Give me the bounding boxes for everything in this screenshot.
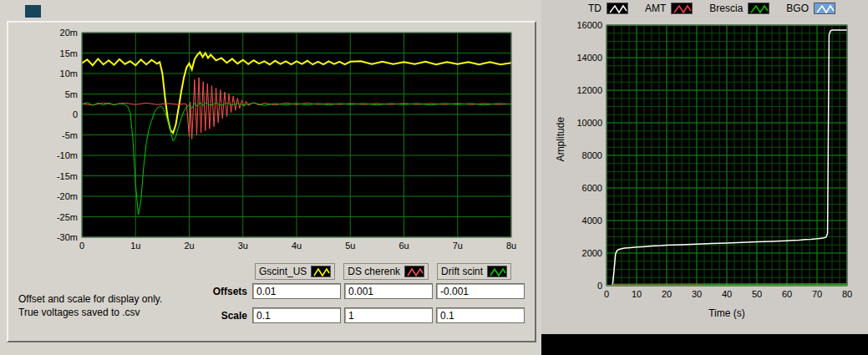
svg-text:15m: 15m — [60, 48, 78, 58]
amplitude-panel: TD AMT Brescia BGO — [541, 0, 868, 334]
scale-input-2[interactable] — [344, 307, 433, 323]
svg-text:30: 30 — [692, 289, 702, 299]
svg-text:6000: 6000 — [582, 183, 602, 193]
drift-scint-plot-style-icon[interactable] — [487, 266, 507, 277]
svg-text:8u: 8u — [506, 241, 516, 251]
bgo-plot-style-icon[interactable] — [814, 3, 835, 14]
offset-input-1[interactable] — [252, 283, 341, 299]
svg-text:6u: 6u — [398, 241, 409, 251]
svg-text:70: 70 — [812, 289, 822, 299]
gscint-us-plot-style-icon[interactable] — [311, 266, 331, 277]
svg-text:10m: 10m — [60, 68, 78, 79]
svg-text:5m: 5m — [65, 89, 78, 99]
legend-label-drift-scint: Drift scint — [441, 266, 483, 277]
svg-text:10: 10 — [632, 289, 642, 299]
svg-text:20: 20 — [662, 289, 672, 299]
scale-label: Scale — [164, 310, 247, 322]
display-note: Offset and scale for display only. True … — [18, 292, 162, 319]
scale-input-1[interactable] — [252, 307, 341, 323]
bottom-black-strip — [541, 334, 868, 355]
svg-text:-15m: -15m — [57, 171, 78, 181]
svg-text:2000: 2000 — [582, 248, 602, 258]
y-axis-label: Amplitude — [555, 117, 566, 161]
offset-input-2[interactable] — [344, 283, 433, 299]
legend-item-amt[interactable]: AMT — [645, 3, 693, 14]
svg-text:0: 0 — [597, 281, 602, 291]
display-note-line1: Offset and scale for display only. — [18, 292, 162, 306]
svg-text:50: 50 — [752, 289, 762, 299]
svg-text:10000: 10000 — [576, 118, 602, 128]
amt-plot-style-icon[interactable] — [671, 3, 693, 14]
svg-text:-30m: -30m — [57, 232, 78, 242]
legend-item-td[interactable]: TD — [588, 3, 628, 14]
legend-item-drift-scint[interactable]: Drift scint — [437, 263, 511, 280]
display-note-line2: True voltages saved to .csv — [18, 306, 162, 319]
svg-text:2u: 2u — [184, 241, 194, 251]
svg-text:8000: 8000 — [582, 150, 602, 160]
svg-text:-5m: -5m — [62, 130, 78, 140]
svg-text:1u: 1u — [130, 241, 140, 251]
svg-text:-25m: -25m — [57, 212, 78, 222]
legend-label-bgo: BGO — [786, 3, 809, 14]
svg-text:20m: 20m — [60, 28, 78, 38]
svg-text:14000: 14000 — [576, 53, 602, 63]
legend-item-bgo[interactable]: BGO — [786, 3, 835, 14]
legend-item-gscint-us[interactable]: Gscint_US — [255, 263, 335, 280]
waveform-panel: 20m15m10m5m0-5m-10m-15m-20m-25m-30m01u2u… — [7, 21, 536, 342]
svg-text:0: 0 — [604, 289, 609, 299]
ds-cherenk-plot-style-icon[interactable] — [404, 266, 424, 277]
legend-label-td: TD — [588, 3, 602, 14]
right-amplitude-chart: 0200040006000800010000120001400016000010… — [568, 18, 860, 307]
svg-text:16000: 16000 — [576, 20, 602, 30]
legend-item-ds-cherenk[interactable]: DS cherenk — [343, 263, 429, 280]
svg-text:-20m: -20m — [57, 191, 78, 201]
legend-label-ds-cherenk: DS cherenk — [348, 266, 400, 277]
svg-text:7u: 7u — [453, 241, 463, 251]
svg-text:5u: 5u — [345, 241, 355, 251]
x-axis-label: Time (s) — [677, 307, 777, 319]
svg-text:-10m: -10m — [57, 150, 78, 160]
app-icon-decoration — [25, 5, 41, 18]
legend-label-gscint-us: Gscint_US — [259, 266, 307, 277]
td-plot-style-icon[interactable] — [607, 3, 628, 14]
left-chart-legend: Gscint_US DS cherenk Drift scint — [255, 263, 511, 280]
svg-text:80: 80 — [842, 289, 852, 299]
right-chart-legend: TD AMT Brescia BGO — [588, 3, 835, 14]
left-waveform-chart: 20m15m10m5m0-5m-10m-15m-20m-25m-30m01u2u… — [42, 24, 523, 256]
svg-text:40: 40 — [722, 289, 732, 299]
svg-text:0: 0 — [73, 109, 78, 119]
legend-item-brescia[interactable]: Brescia — [709, 3, 769, 14]
svg-text:12000: 12000 — [576, 85, 602, 95]
svg-text:0: 0 — [79, 241, 84, 251]
legend-label-amt: AMT — [645, 3, 666, 14]
svg-text:4000: 4000 — [582, 216, 602, 226]
scale-input-3[interactable] — [436, 307, 525, 323]
svg-text:3u: 3u — [238, 241, 248, 251]
brescia-plot-style-icon[interactable] — [748, 3, 769, 14]
offsets-label: Offsets — [164, 286, 247, 297]
offset-input-3[interactable] — [436, 283, 525, 299]
svg-text:60: 60 — [782, 289, 792, 299]
legend-label-brescia: Brescia — [709, 3, 743, 14]
svg-text:4u: 4u — [292, 241, 302, 251]
